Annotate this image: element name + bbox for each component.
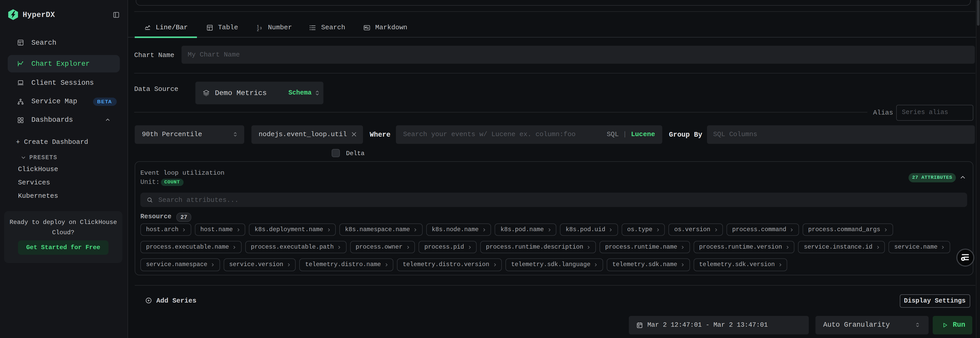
svg-text:3: 3 — [260, 26, 262, 30]
svg-text:2: 2 — [257, 28, 259, 31]
